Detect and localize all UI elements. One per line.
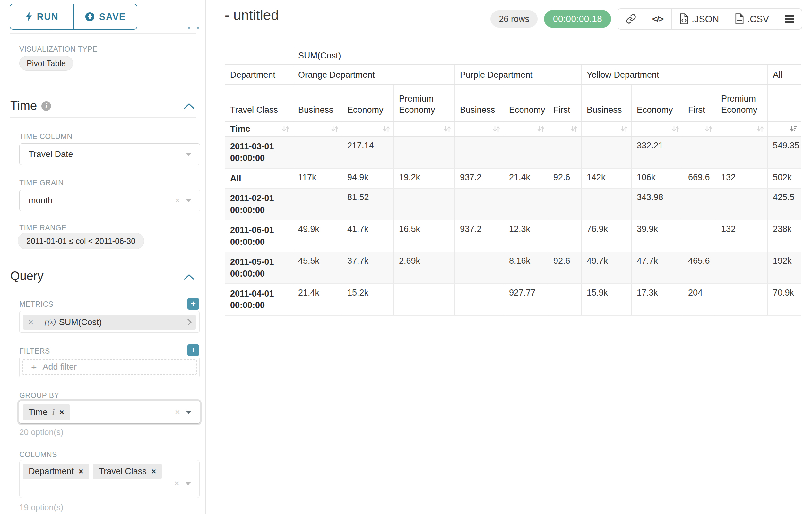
- group-by-select[interactable]: Time i × ×: [19, 401, 200, 424]
- clear-icon[interactable]: ×: [175, 196, 180, 205]
- pivot-cell: 8.16k: [504, 252, 548, 284]
- pivot-sort-header[interactable]: [716, 121, 768, 137]
- add-metric-button[interactable]: +: [187, 298, 199, 310]
- query-timer-badge: 00:00:00.18: [544, 10, 611, 28]
- sort-icon[interactable]: [671, 125, 679, 133]
- metrics-label: METRICS: [19, 300, 53, 309]
- sort-icon[interactable]: [330, 125, 339, 133]
- pivot-cell: [504, 188, 548, 220]
- row-count-badge: 26 rows: [490, 10, 538, 28]
- pivot-cell: 106k: [632, 168, 683, 188]
- pivot-row-header: 2011-06-01 00:00:00: [225, 220, 293, 252]
- pivot-cell: 49.7k: [582, 252, 632, 284]
- clear-icon[interactable]: ×: [174, 479, 179, 488]
- pivot-cell: [683, 188, 716, 220]
- pivot-sort-header[interactable]: [632, 121, 683, 137]
- pivot-cell: 15.2k: [342, 284, 394, 316]
- pivot-sort-header[interactable]: [504, 121, 548, 137]
- group-by-options-hint: 20 option(s): [19, 427, 63, 437]
- metric-name: SUM(Cost): [59, 317, 102, 327]
- view-query-button[interactable]: </>: [644, 9, 671, 29]
- time-grain-select[interactable]: month ×: [19, 190, 200, 211]
- more-options-button[interactable]: [777, 9, 802, 29]
- remove-tag-icon[interactable]: ×: [79, 467, 83, 476]
- pivot-sort-header[interactable]: [768, 121, 801, 137]
- sort-icon[interactable]: [756, 125, 764, 133]
- filters-label: FILTERS: [19, 347, 50, 356]
- pivot-sort-header[interactable]: [683, 121, 716, 137]
- pivot-cell: 21.4k: [504, 168, 548, 188]
- pivot-cell: 21.4k: [293, 284, 342, 316]
- pivot-cell: 2.69k: [394, 252, 455, 284]
- collapse-query-section-icon[interactable]: [183, 274, 195, 280]
- sort-icon[interactable]: [620, 125, 628, 133]
- remove-tag-icon[interactable]: ×: [151, 467, 156, 476]
- pivot-cell: 92.6: [548, 252, 582, 284]
- pivot-cell: 92.6: [548, 168, 582, 188]
- pivot-row-header: 2011-05-01 00:00:00: [225, 252, 293, 284]
- add-filter-button[interactable]: +: [187, 344, 199, 356]
- columns-options-hint: 19 option(s): [19, 503, 63, 512]
- pivot-subcol-header: First: [683, 85, 716, 121]
- collapse-time-section-icon[interactable]: [183, 103, 195, 109]
- pivot-cell: [455, 252, 504, 284]
- sort-icon[interactable]: [492, 125, 500, 133]
- add-filter-placeholder: Add filter: [43, 362, 77, 372]
- sort-icon[interactable]: [443, 125, 451, 133]
- save-button[interactable]: SAVE: [74, 4, 137, 29]
- pivot-subcol-header: Business: [455, 85, 504, 121]
- chevron-tip-dot: [197, 27, 199, 29]
- pivot-data-row: 2011-06-01 00:00:0049.9k41.7k16.5k937.21…: [225, 220, 801, 252]
- remove-tag-icon[interactable]: ×: [59, 408, 64, 416]
- time-column-select[interactable]: Travel Date: [19, 143, 200, 165]
- section-divider: [10, 286, 196, 286]
- sort-icon[interactable]: [281, 125, 290, 133]
- export-csv-button[interactable]: .CSV: [727, 9, 777, 29]
- pivot-cell: [293, 137, 342, 168]
- columns-select[interactable]: Department × Travel Class × ×: [19, 460, 200, 498]
- pivot-cell: 927.77: [504, 284, 548, 316]
- time-section-heading-row: Time i: [10, 99, 51, 113]
- pivot-sort-time-header[interactable]: Time: [225, 121, 293, 137]
- pivot-sort-header[interactable]: [455, 121, 504, 137]
- pivot-sort-header[interactable]: [394, 121, 455, 137]
- pivot-sort-header[interactable]: [548, 121, 582, 137]
- run-save-button-group: RUN SAVE: [10, 4, 137, 30]
- pivot-sort-header[interactable]: [582, 121, 632, 137]
- add-filter-dropzone[interactable]: + Add filter: [22, 359, 197, 375]
- clear-icon[interactable]: ×: [175, 408, 180, 417]
- pivot-row-header: 2011-04-01 00:00:00: [225, 284, 293, 316]
- filters-field: + Add filter: [19, 357, 200, 377]
- time-range-pill[interactable]: 2011-01-01 ≤ col < 2011-06-30: [18, 233, 144, 249]
- header-controls: 26 rows 00:00:00.18 </> .JSON .CSV: [490, 8, 802, 30]
- pivot-subcol-header: Economy: [632, 85, 683, 121]
- export-json-button[interactable]: .JSON: [671, 9, 727, 29]
- pivot-cell: [716, 284, 768, 316]
- share-link-button[interactable]: [618, 9, 644, 29]
- pivot-sort-header[interactable]: [342, 121, 394, 137]
- run-button[interactable]: RUN: [10, 4, 74, 29]
- pivot-cell: 19.2k: [394, 168, 455, 188]
- visualization-type-pill[interactable]: Pivot Table: [19, 56, 73, 71]
- chevron-right-icon[interactable]: [187, 318, 192, 326]
- group-by-tag-time[interactable]: Time i ×: [23, 404, 70, 420]
- columns-tag-department[interactable]: Department ×: [23, 464, 89, 479]
- metric-pill[interactable]: × ƒ(x) SUM(Cost): [23, 315, 196, 330]
- pivot-data-row: 2011-03-01 00:00:00217.14332.21549.35: [225, 137, 801, 168]
- sort-icon[interactable]: [382, 125, 390, 133]
- pivot-cell: [394, 188, 455, 220]
- sort-icon[interactable]: [570, 125, 578, 133]
- pivot-cell: 502k: [768, 168, 801, 188]
- pivot-sort-header[interactable]: [293, 121, 342, 137]
- sort-desc-icon[interactable]: [789, 125, 798, 133]
- pivot-cell: 117k: [293, 168, 342, 188]
- pivot-cell: 332.21: [632, 137, 683, 168]
- pivot-data-row: 2011-02-01 00:00:0081.52343.98425.5: [225, 188, 801, 220]
- chart-title[interactable]: - untitled: [225, 7, 279, 23]
- section-divider: [10, 33, 196, 34]
- columns-tag-travel-class[interactable]: Travel Class ×: [93, 464, 162, 479]
- sort-icon[interactable]: [536, 125, 545, 133]
- sort-icon[interactable]: [704, 125, 713, 133]
- chevron-down-icon: [186, 153, 192, 156]
- remove-metric-icon[interactable]: ×: [28, 318, 33, 327]
